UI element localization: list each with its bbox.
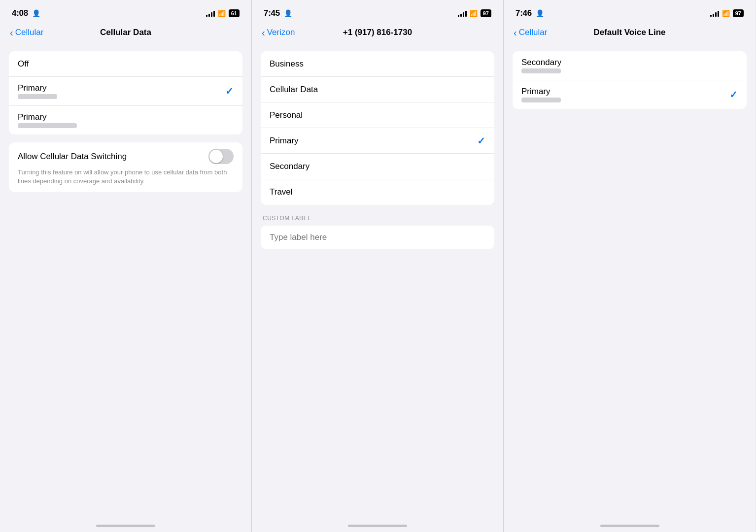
custom-label-section: CUSTOM LABEL <box>261 215 494 249</box>
signal-bar-2 <box>208 14 210 17</box>
signal-bar-2-3 <box>463 12 464 17</box>
list-item-primary1-subtitle <box>18 94 57 99</box>
signal-bars-3 <box>710 10 719 17</box>
label-list: Business Cellular Data Personal Primary … <box>261 51 494 205</box>
status-time-2: 7:45 <box>264 8 280 18</box>
list-item-business[interactable]: Business <box>261 51 494 77</box>
list-item-secondary-s2-title: Secondary <box>270 162 309 171</box>
list-item-primary-s3[interactable]: Primary ✓ <box>513 80 747 109</box>
signal-bar-1 <box>206 15 207 17</box>
checkmark-primary-s3: ✓ <box>729 89 738 100</box>
list-item-personal[interactable]: Personal <box>261 102 494 128</box>
back-label-2: Verizon <box>267 28 295 37</box>
screen-voice-line: 7:46 👤 📶 97 ‹ Cellular Default Voice Lin… <box>504 0 756 532</box>
list-item-off[interactable]: Off <box>9 51 242 77</box>
screen-content-1: Off Primary ✓ Primary All <box>0 43 251 517</box>
person-icon-2: 👤 <box>284 9 292 17</box>
list-item-primary1-content: Primary <box>18 83 225 99</box>
home-bar-1 <box>96 525 155 527</box>
list-item-secondary-s2[interactable]: Secondary <box>261 154 494 179</box>
signal-bar-2-1 <box>458 15 459 17</box>
list-item-secondary-s3-content: Secondary <box>521 58 738 73</box>
list-item-primary-s3-title: Primary <box>521 87 729 97</box>
toggle-section: Allow Cellular Data Switching Turning th… <box>9 142 242 192</box>
screen-label-select: 7:45 👤 📶 97 ‹ Verizon +1 (917) 816-1730 … <box>252 0 504 532</box>
nav-bar-3: ‹ Cellular Default Voice Line <box>504 24 756 43</box>
status-icons-1: 📶 61 <box>206 9 240 17</box>
back-label-1: Cellular <box>15 28 44 37</box>
status-bar-1: 4:08 👤 📶 61 <box>0 0 251 24</box>
list-item-off-content: Off <box>18 59 234 69</box>
status-time-3: 7:46 <box>515 8 532 18</box>
nav-bar-1: ‹ Cellular Cellular Data <box>0 24 251 43</box>
signal-bar-4 <box>213 11 215 17</box>
back-chevron-1: ‹ <box>10 28 13 37</box>
signal-bar-3-2 <box>713 14 714 17</box>
signal-bar-2-2 <box>460 14 462 17</box>
status-time-1: 4:08 <box>12 8 28 18</box>
list-item-primary-s3-subtitle <box>521 98 561 102</box>
list-item-off-title: Off <box>18 59 234 69</box>
signal-bars-2 <box>458 10 467 17</box>
cellular-data-list: Off Primary ✓ Primary <box>9 51 242 134</box>
list-item-cellular-title: Cellular Data <box>270 85 318 95</box>
list-item-primary2-subtitle <box>18 123 77 128</box>
list-item-primary2-title: Primary <box>18 112 234 122</box>
home-indicator-3 <box>504 517 756 532</box>
home-indicator-2 <box>252 517 503 532</box>
list-item-cellular[interactable]: Cellular Data <box>261 77 494 102</box>
status-icons-2: 📶 97 <box>458 9 491 17</box>
battery-badge-1: 61 <box>229 9 240 17</box>
back-button-3[interactable]: ‹ Cellular <box>514 28 547 37</box>
home-bar-2 <box>348 525 407 527</box>
list-item-personal-title: Personal <box>270 110 303 120</box>
list-item-primary-s2-title: Primary <box>270 136 299 146</box>
custom-label-input[interactable] <box>261 226 494 249</box>
screen-content-2: Business Cellular Data Personal Primary … <box>252 43 503 517</box>
signal-bar-3-4 <box>718 11 719 17</box>
list-item-primary1-title: Primary <box>18 83 225 93</box>
toggle-row: Allow Cellular Data Switching <box>18 149 234 164</box>
back-chevron-3: ‹ <box>514 28 517 37</box>
list-item-secondary-s3[interactable]: Secondary <box>513 51 747 80</box>
list-item-primary2[interactable]: Primary <box>9 106 242 134</box>
wifi-icon-3: 📶 <box>722 10 730 17</box>
signal-bars-1 <box>206 10 215 17</box>
status-icons-3: 📶 97 <box>710 9 744 17</box>
list-item-secondary-s3-title: Secondary <box>521 58 738 67</box>
toggle-description: Turning this feature on will allow your … <box>18 168 234 186</box>
person-icon-1: 👤 <box>32 9 40 17</box>
list-item-travel-title: Travel <box>270 187 293 197</box>
wifi-icon-1: 📶 <box>218 10 226 17</box>
toggle-knob <box>209 150 223 163</box>
back-label-3: Cellular <box>519 28 548 37</box>
checkmark-primary1: ✓ <box>225 85 234 97</box>
screen-content-3: Secondary Primary ✓ <box>504 43 756 517</box>
back-button-1[interactable]: ‹ Cellular <box>10 28 43 37</box>
list-item-primary-s3-content: Primary <box>521 87 729 102</box>
list-item-travel[interactable]: Travel <box>261 179 494 205</box>
signal-bar-3 <box>211 12 212 17</box>
signal-bar-3-3 <box>715 12 717 17</box>
nav-title-1: Cellular Data <box>100 28 151 37</box>
battery-badge-3: 97 <box>733 9 744 17</box>
list-item-primary-s2[interactable]: Primary ✓ <box>261 128 494 154</box>
custom-label-header: CUSTOM LABEL <box>261 215 494 222</box>
nav-title-3: Default Voice Line <box>593 28 665 37</box>
wifi-icon-2: 📶 <box>470 10 478 17</box>
battery-badge-2: 97 <box>481 9 491 17</box>
person-icon-3: 👤 <box>536 9 544 17</box>
screen-cellular-data: 4:08 👤 📶 61 ‹ Cellular Cellular Data <box>0 0 252 532</box>
custom-label-group <box>261 226 494 249</box>
checkmark-primary-s2: ✓ <box>477 135 485 147</box>
voice-line-list: Secondary Primary ✓ <box>513 51 747 109</box>
cellular-switching-toggle[interactable] <box>208 149 234 164</box>
status-bar-3: 7:46 👤 📶 97 <box>504 0 756 24</box>
signal-bar-2-4 <box>465 11 467 17</box>
list-item-primary1[interactable]: Primary ✓ <box>9 77 242 106</box>
status-bar-2: 7:45 👤 📶 97 <box>252 0 503 24</box>
back-button-2[interactable]: ‹ Verizon <box>262 28 295 37</box>
list-item-secondary-s3-subtitle <box>521 68 561 73</box>
nav-title-2: +1 (917) 816-1730 <box>343 28 412 37</box>
list-item-primary2-content: Primary <box>18 112 234 128</box>
